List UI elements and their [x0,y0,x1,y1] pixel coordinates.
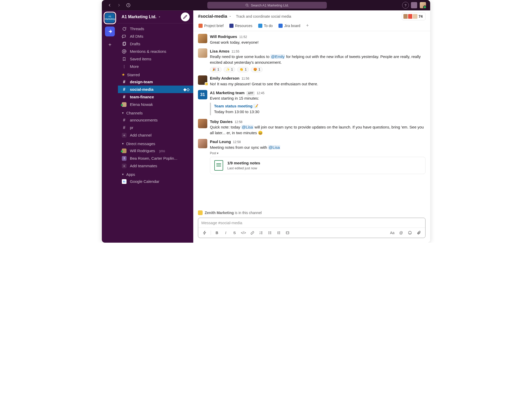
search-input[interactable]: Search A1 Marketing Ltd. [207,2,327,9]
link-button[interactable] [248,229,256,236]
post-attachment[interactable]: 1/9 meeting notesLast edited just now [210,157,425,174]
sidebar-channel-team-finance[interactable]: # team-finance [118,93,193,101]
sidebar-dm-group[interactable]: 3 Bea Rosen, Carter Poplin... [118,154,193,162]
avatar[interactable] [198,75,207,85]
code-button[interactable]: </> [240,229,247,236]
dms-icon [122,34,127,39]
help-button[interactable]: ? [402,2,409,9]
add-workspace-button[interactable]: + [105,40,115,49]
bookmark-jira[interactable]: Jira board [278,24,300,28]
sidebar-item-label: Add teammates [130,164,157,168]
section-apps[interactable]: ▼ Apps [118,170,193,178]
blockquote-button[interactable] [275,229,283,236]
avatar[interactable] [198,119,207,128]
shortcuts-button[interactable] [201,229,209,236]
message-text: Really need to give some kudos to @Emily… [210,54,425,65]
message-author[interactable]: Toby Davies [210,119,232,125]
bookmark-icon [198,24,203,28]
reaction[interactable]: ✨1 [224,67,235,72]
avatar[interactable] [198,139,207,148]
message-author[interactable]: Emily Anderson [210,75,240,81]
message[interactable]: Will Rodrigues11:52Great work today, eve… [198,32,425,47]
section-channels[interactable]: ▼ Channels [118,108,193,116]
sidebar-saved[interactable]: Saved items [118,55,193,63]
message-timestamp[interactable]: 11:55 [231,49,239,54]
message-timestamp[interactable]: 12:58 [235,120,242,124]
avatar[interactable]: 31 [198,90,207,99]
message-author[interactable]: Paul Leung [210,139,231,145]
topbar-tile[interactable] [411,2,417,8]
bookmark-todo[interactable]: To do [258,24,273,28]
history-forward-button[interactable] [115,2,123,9]
message[interactable]: Lisa Amos11:55Really need to give some k… [198,47,425,74]
sidebar-dm-elena[interactable]: Elena Nowak [118,101,193,108]
reaction[interactable]: 😍1 [251,67,263,72]
message-timestamp[interactable]: 11:52 [239,35,247,39]
message-input[interactable]: Message #social-media [198,218,425,228]
bold-button[interactable]: B [213,229,221,236]
message[interactable]: Paul Leung12:58Meeting notes from our sy… [198,137,425,176]
sidebar-channel-pr[interactable]: # pr [118,124,193,131]
mention-button[interactable]: @ [397,229,405,236]
message-list[interactable]: Will Rodrigues11:52Great work today, eve… [193,31,430,209]
workspace-menu-button[interactable]: A1 Marketing Ltd. [118,10,193,23]
post-type-label[interactable]: Post ▾ [210,151,425,156]
current-user-avatar[interactable] [420,2,426,8]
codeblock-button[interactable] [284,229,291,236]
reaction[interactable]: 🎉1 [210,67,222,72]
mention[interactable]: @Lisa [268,145,280,150]
mention[interactable]: @Emily [270,54,285,59]
sidebar-app-gcal[interactable]: 31 Google Calendar [118,178,193,185]
sidebar-add-channel[interactable]: + Add channel [118,131,193,139]
chevron-down-icon [158,15,161,18]
message-timestamp[interactable]: 12:58 [233,140,241,144]
sidebar-drafts[interactable]: Drafts [118,40,193,48]
sidebar-add-teammates[interactable]: + Add teammates [118,162,193,170]
caret-down-icon: ▼ [122,142,124,145]
channel-topic[interactable]: Track and coordinate social media [236,14,291,18]
sidebar-mentions[interactable]: Mentions & reactions [118,48,193,55]
sidebar-channel-social-media[interactable]: # social-media ◆◇ [118,86,193,93]
history-back-button[interactable] [106,2,113,9]
shared-channel-icon: ◆◇ [183,87,190,92]
message[interactable]: Toby Davies12:58Quick note: today @Lisa … [198,117,425,137]
emoji-button[interactable] [406,229,414,236]
history-button[interactable] [125,2,132,9]
workspace-other-button[interactable] [105,27,115,36]
add-bookmark-button[interactable]: + [306,23,309,28]
message-timestamp[interactable]: 12:45 [257,91,264,95]
sidebar-all-dms[interactable]: All DMs [118,33,193,40]
message-timestamp[interactable]: 11:56 [242,76,249,81]
sidebar-threads[interactable]: Threads [118,25,193,33]
calendar-event[interactable]: Team status meeting 📝Today from 13:00 to… [210,103,425,115]
sidebar-channel-announcements[interactable]: # announcements [118,116,193,124]
bullet-list-button[interactable] [266,229,274,236]
italic-button[interactable]: I [222,229,230,236]
section-dms[interactable]: ▼ Direct messages [118,139,193,147]
drafts-icon [122,42,127,46]
strike-button[interactable]: S [231,229,238,236]
sidebar-channel-design-team[interactable]: # design-team [118,78,193,86]
attach-button[interactable] [415,229,423,236]
channel-members-button[interactable]: 74 [402,12,425,20]
avatar[interactable] [198,48,207,58]
reaction[interactable]: 👏1 [237,67,249,72]
message-author[interactable]: Will Rodrigues [210,34,237,40]
section-starred[interactable]: ★ Starred [118,70,193,78]
bookmark-project-brief[interactable]: Project brief [198,24,224,28]
composer-toolbar: B I S </> Aa @ [198,228,425,238]
mention[interactable]: @Lisa [241,125,254,129]
compose-button[interactable] [181,12,190,21]
format-toggle-button[interactable]: Aa [388,229,396,236]
message[interactable]: Emily Anderson11:56No! It was my pleasur… [198,74,425,88]
bookmark-resources[interactable]: Resources [229,24,252,28]
message-author[interactable]: A1 Marketing team [210,90,244,96]
avatar[interactable] [198,34,207,43]
message-author[interactable]: Lisa Amos [210,48,229,54]
channel-name-button[interactable]: #social-media [198,14,232,19]
sidebar-dm-will[interactable]: Will Rodrigues you [118,147,193,154]
ordered-list-button[interactable] [257,229,265,236]
sidebar-more[interactable]: More [118,63,193,70]
workspace-a1-button[interactable]: A1 Marketing [105,13,115,23]
message[interactable]: 31A1 Marketing teamAPP12:45Event startin… [198,88,425,117]
